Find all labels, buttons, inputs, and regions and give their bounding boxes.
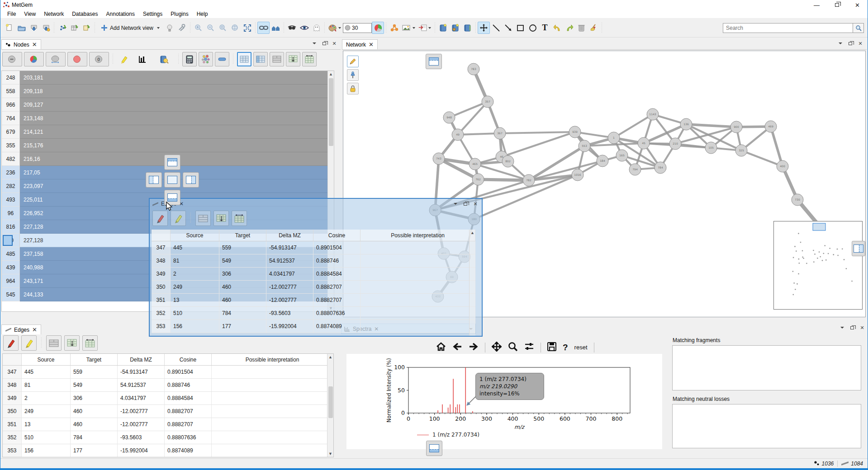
highlight-edges-red-button[interactable]: [152, 211, 168, 226]
mz-cell[interactable]: 214,121: [20, 125, 334, 139]
edges-table-row[interactable]: 3488154954.9125370.888746: [152, 254, 475, 268]
annotation-arrow-tool[interactable]: [502, 22, 514, 34]
row-header[interactable]: 679: [2, 125, 20, 139]
menu-item-annotations[interactable]: Annotations: [102, 10, 139, 18]
row-header[interactable]: 236: [2, 166, 20, 179]
plot-home-button[interactable]: [436, 342, 446, 352]
network-dock-float-button[interactable]: [847, 40, 854, 47]
graph-edge[interactable]: [449, 102, 488, 118]
edges-table-row[interactable]: 350249460-12.0027770.8882707: [3, 405, 333, 418]
annotate-pin-button[interactable]: [347, 69, 359, 81]
nodes-tab-close-icon[interactable]: ✕: [32, 41, 37, 48]
tab-network[interactable]: Network ✕: [342, 39, 378, 49]
add-computed-column-button[interactable]: [182, 52, 197, 66]
node-neutral-color-button[interactable]: [2, 52, 22, 66]
database-manage-button[interactable]: [461, 22, 474, 34]
query-databases-button[interactable]: [155, 52, 175, 66]
row-header[interactable]: 966: [2, 98, 20, 112]
view-merged-rows-button[interactable]: [270, 52, 284, 66]
highlight-nodes-yellow-button[interactable]: [171, 211, 186, 226]
nodes-dock-float-button[interactable]: [321, 40, 328, 47]
nodes-table-row[interactable]: 248203,181: [2, 71, 334, 85]
column-header[interactable]: Possible interpretation: [360, 230, 475, 241]
view-merged-rows-button[interactable]: [46, 335, 62, 351]
row-header[interactable]: 482: [2, 152, 20, 166]
edges-table-row[interactable]: 350249460-12.0027770.8882707: [152, 281, 475, 294]
annotate-lock-button[interactable]: [347, 83, 359, 94]
view-selected-rows-button[interactable]: [253, 52, 268, 66]
row-header[interactable]: 558: [2, 85, 20, 98]
search-button[interactable]: [853, 23, 864, 33]
edges-tab-close-icon[interactable]: ✕: [32, 326, 37, 333]
fit-columns-button[interactable]: [302, 52, 317, 66]
fit-columns-button[interactable]: [232, 211, 247, 226]
hide-selection-button[interactable]: [286, 22, 298, 34]
edges-table-row[interactable]: 353156177-15.9920040.8874089: [152, 320, 475, 333]
edges-table-row[interactable]: 34923064.03417970.8884584: [3, 392, 333, 405]
database-view-button[interactable]: [437, 22, 449, 34]
export-button[interactable]: [417, 22, 433, 34]
plot-zoom-button[interactable]: [508, 342, 518, 353]
graph-edge[interactable]: [686, 124, 736, 127]
floating-table-scrollbar[interactable]: ▲: [469, 230, 475, 336]
fullscreen-button[interactable]: [241, 22, 253, 34]
edges-table-row[interactable]: 3488154954.9125370.888746: [3, 379, 333, 392]
redo-button[interactable]: [563, 22, 575, 34]
hide-isolated-nodes-button[interactable]: [310, 22, 323, 34]
network-dock-close-button[interactable]: ✕: [857, 40, 864, 47]
bottom-dock-close-button[interactable]: ✕: [859, 324, 866, 331]
scrollbar-thumb[interactable]: [329, 78, 333, 146]
plot-configure-button[interactable]: [524, 343, 534, 352]
node-highlight-color-button[interactable]: [67, 52, 87, 66]
row-header[interactable]: 485: [2, 247, 20, 261]
minimap-viewport[interactable]: [813, 223, 825, 230]
annotation-move-tool[interactable]: [478, 22, 490, 34]
edges-table-row[interactable]: 352510784-93.56030.88807636: [152, 307, 475, 320]
column-header[interactable]: Source: [171, 230, 219, 241]
menu-item-help[interactable]: Help: [193, 10, 212, 18]
drop-zone-right[interactable]: [183, 172, 199, 188]
graph-edge[interactable]: [741, 150, 783, 166]
menu-item-view[interactable]: View: [20, 10, 40, 18]
column-header[interactable]: Cosine: [313, 230, 360, 241]
highlight-nodes-yellow-button[interactable]: [21, 335, 37, 351]
color-nodes-button[interactable]: [327, 22, 343, 34]
matching-fragments-list[interactable]: [672, 345, 861, 390]
column-header[interactable]: Source: [22, 354, 71, 365]
matching-neutral-losses-list[interactable]: [672, 404, 861, 448]
network-minimap[interactable]: [773, 221, 863, 310]
nodes-table-row[interactable]: 679214,121: [2, 125, 334, 139]
zoom-region-button[interactable]: [217, 22, 229, 34]
graph-edge[interactable]: [458, 102, 488, 135]
edges-table-scrollbar[interactable]: ▲ ▼: [327, 354, 333, 457]
annotation-rect-tool[interactable]: [514, 22, 526, 34]
process-file-button[interactable]: [164, 22, 176, 34]
menu-item-databases[interactable]: Databases: [68, 10, 102, 18]
annotation-line-tool[interactable]: [490, 22, 502, 34]
floating-panel-close-button[interactable]: ✕: [472, 201, 479, 207]
plot-help-button[interactable]: ?: [563, 343, 568, 352]
column-header[interactable]: [3, 354, 22, 365]
mz-cell[interactable]: 203,181: [20, 71, 334, 85]
column-header[interactable]: Delta MZ: [118, 354, 165, 365]
mz-cell[interactable]: 215,176: [20, 139, 334, 152]
restore-row-order-button[interactable]: [286, 52, 300, 66]
restore-row-order-button[interactable]: [213, 211, 229, 226]
row-header[interactable]: 964: [2, 274, 20, 288]
floating-edges-table[interactable]: SourceTargetDelta MZCosinePossible inter…: [152, 230, 475, 336]
column-header[interactable]: [152, 230, 171, 241]
plot-forward-button[interactable]: [469, 343, 479, 352]
drop-zone-top[interactable]: [164, 155, 180, 170]
node-pie-button[interactable]: [24, 52, 44, 66]
nodes-dock-close-button[interactable]: ✕: [331, 40, 338, 47]
row-header[interactable]: 493: [2, 193, 20, 207]
mz-cell[interactable]: 213,148: [20, 112, 334, 125]
network-dock-menu-button[interactable]: [837, 40, 844, 47]
graph-edge[interactable]: [771, 127, 783, 166]
dock-hint-bottom[interactable]: [426, 441, 442, 456]
restore-button[interactable]: [827, 0, 847, 10]
annotation-text-tool[interactable]: T: [539, 22, 551, 34]
drop-zone-left[interactable]: [146, 172, 162, 188]
column-header[interactable]: Target: [71, 354, 118, 365]
annotation-ellipse-tool[interactable]: [526, 22, 539, 34]
